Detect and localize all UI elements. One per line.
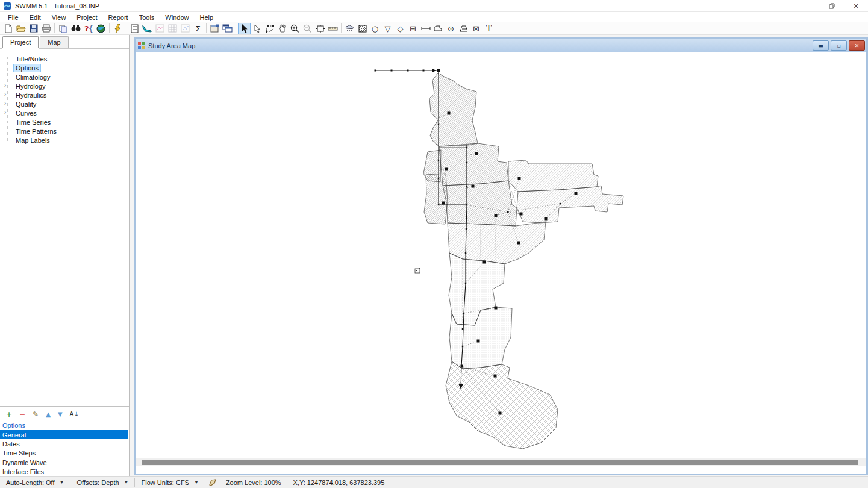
options-item-time-steps[interactable]: Time Steps [0,449,128,458]
expand-chevron-icon[interactable]: › [4,91,6,98]
toolbar-separator [341,23,342,33]
add-outlet-button[interactable]: ⊠ [470,23,482,34]
select-object-button[interactable] [238,23,251,34]
print-button[interactable] [40,23,52,34]
auto-length-dropdown[interactable]: Auto-Length: Off ▼ [0,477,70,488]
main-toolbar: ? { [0,22,868,35]
tree-item-climatology[interactable]: Climatology [0,72,129,81]
summation-button[interactable]: Σ [192,23,204,34]
study-area-map-canvas[interactable] [136,52,866,458]
tab-map[interactable]: Map [40,36,68,48]
dropdown-caret-icon: ▼ [194,480,199,485]
add-raingage-button[interactable] [343,23,356,34]
menu-help[interactable]: Help [194,13,219,22]
select-vertex-button[interactable] [251,23,263,34]
open-file-button[interactable] [14,23,27,34]
tree-item-hydrology[interactable]: › Hydrology [0,81,129,90]
query-button[interactable]: ? { [82,23,95,34]
offsets-dropdown[interactable]: Offsets: Depth ▼ [70,477,134,488]
move-up-icon[interactable]: ▲ [46,411,51,418]
profile-plot-button[interactable] [141,23,154,34]
options-dialog-button[interactable] [208,23,221,34]
xy-coordinates-indicator: X,Y: 1247874.018, 637823.395 [287,477,391,488]
add-divider-button[interactable]: ◇ [394,23,407,34]
restore-button[interactable] [820,0,844,12]
statistics-button[interactable] [179,23,192,34]
map-horizontal-scrollbar[interactable] [136,458,866,466]
tree-item-title-notes[interactable]: Title/Notes [0,54,129,63]
options-item-general[interactable]: General [0,430,128,439]
browser-panel: Project Map Title/Notes Options Climatol… [0,35,130,476]
map-window-titlebar[interactable]: Study Area Map ▬ ▫ ✕ [136,39,866,52]
tree-item-options[interactable]: Options [0,63,129,72]
add-subcatchment-button[interactable] [356,23,369,34]
edit-icon[interactable]: ✎ [33,411,39,418]
save-button[interactable] [27,23,40,34]
toolbar-separator [236,23,236,33]
menu-window[interactable]: Window [160,13,194,22]
tree-item-quality[interactable]: › Quality [0,99,129,108]
measure-button[interactable] [326,23,339,34]
delete-icon[interactable]: − [19,411,25,418]
options-item-dates[interactable]: Dates [0,439,128,448]
options-item-interface-files[interactable]: Interface Files [0,468,128,477]
full-extent-button[interactable] [314,23,326,34]
menu-edit[interactable]: Edit [24,13,46,22]
add-label-button[interactable]: T [482,23,495,34]
zoom-in-button[interactable] [289,23,301,34]
graph-button[interactable] [154,23,166,34]
tree-item-time-series[interactable]: Time Series [0,117,129,127]
flow-units-dropdown[interactable]: Flow Units: CFS ▼ [135,477,204,488]
map-scrollbar-thumb[interactable] [142,460,858,465]
table-button[interactable] [166,23,179,34]
add-orifice-button[interactable]: ⊙ [445,23,457,34]
subcatchment-polygons[interactable] [423,73,623,449]
zoom-in-icon [290,24,299,33]
add-storage-button[interactable]: ⊟ [407,23,419,34]
map-globe-button[interactable] [95,23,107,34]
study-area-map-window: Study Area Map ▬ ▫ ✕ [134,37,868,475]
select-region-button[interactable] [263,23,276,34]
map-minimize-button[interactable]: ▬ [813,40,829,51]
outlet-icon: ⊠ [473,25,479,33]
pan-button[interactable] [276,23,289,34]
add-weir-button[interactable] [457,23,470,34]
status-report-button[interactable] [128,23,141,34]
new-file-button[interactable] [2,23,14,34]
menu-report[interactable]: Report [103,13,134,22]
select-arrow-icon [241,24,248,33]
arrange-windows-button[interactable] [221,23,234,34]
move-down-icon[interactable]: ▼ [58,411,63,418]
expand-chevron-icon[interactable]: › [4,82,6,89]
tree-item-curves[interactable]: › Curves [0,108,129,117]
panel-splitter[interactable] [0,406,129,407]
tree-item-hydraulics[interactable]: › Hydraulics [0,90,129,99]
add-junction-button[interactable]: ○ [369,23,381,34]
pan-hand-icon [278,24,286,33]
raingage-marker [415,267,420,273]
svg-text:{: { [89,25,93,33]
options-item-dynamic-wave[interactable]: Dynamic Wave [0,458,128,467]
tree-item-map-labels[interactable]: Map Labels [0,136,129,145]
tab-project[interactable]: Project [2,36,39,48]
expand-chevron-icon[interactable]: › [4,109,6,116]
close-button[interactable]: ✕ [844,0,868,12]
menu-project[interactable]: Project [71,13,102,22]
zoom-out-button[interactable] [301,23,314,34]
copy-button[interactable] [57,23,69,34]
sort-icon[interactable]: A↓ [70,411,79,418]
find-button[interactable] [69,23,82,34]
map-close-button[interactable]: ✕ [849,40,865,51]
tree-item-time-patterns[interactable]: Time Patterns [0,127,129,136]
map-maximize-button[interactable]: ▫ [831,40,847,51]
run-simulation-button[interactable] [111,23,124,34]
menu-file[interactable]: File [2,13,24,22]
expand-chevron-icon[interactable]: › [4,100,6,107]
menu-view[interactable]: View [46,13,72,22]
minimize-button[interactable]: – [796,0,820,12]
add-outfall-button[interactable]: ▽ [381,23,394,34]
add-icon[interactable]: + [6,411,12,418]
menu-tools[interactable]: Tools [134,13,160,22]
add-conduit-button[interactable] [419,23,432,34]
add-pump-button[interactable] [432,23,445,34]
